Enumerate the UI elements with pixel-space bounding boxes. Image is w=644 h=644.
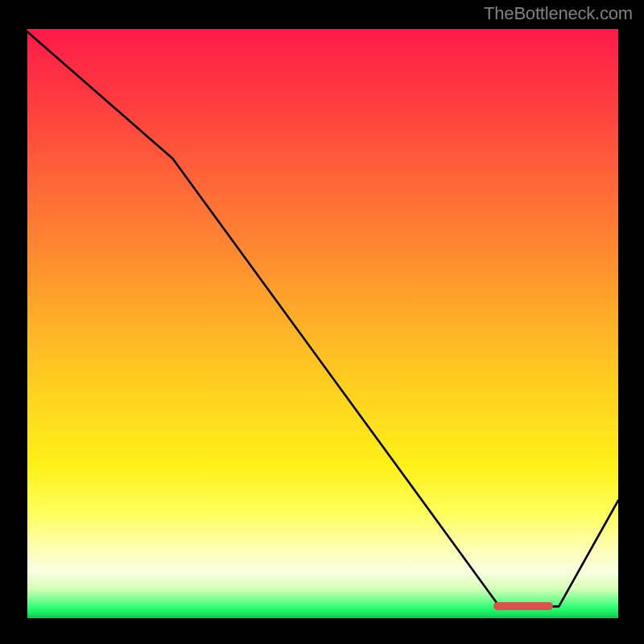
- y-axis: [24, 29, 27, 621]
- optimal-range-marker: [493, 602, 553, 610]
- attribution-text: TheBottleneck.com: [484, 3, 633, 24]
- x-axis: [24, 618, 618, 621]
- chart-plot-area: [24, 29, 618, 618]
